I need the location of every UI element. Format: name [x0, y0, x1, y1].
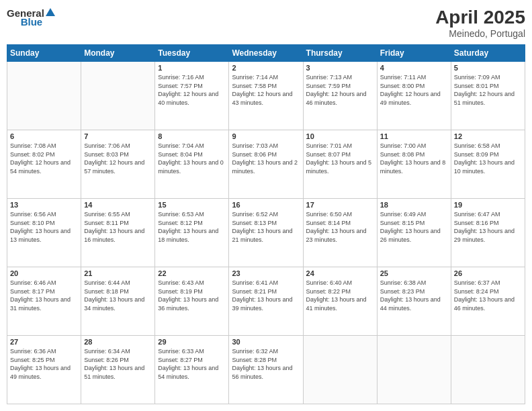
day-info: Sunrise: 7:11 AMSunset: 8:00 PMDaylight:… [380, 73, 448, 107]
calendar-day-cell: 5Sunrise: 7:09 AMSunset: 8:01 PMDaylight… [451, 62, 525, 130]
svg-marker-0 [46, 8, 55, 16]
day-number: 1 [158, 64, 226, 72]
calendar-week-row: 27Sunrise: 6:36 AMSunset: 8:25 PMDayligh… [7, 336, 525, 404]
calendar-day-cell [7, 62, 81, 130]
calendar-day-cell: 24Sunrise: 6:40 AMSunset: 8:22 PMDayligh… [303, 267, 377, 336]
calendar-day-cell: 8Sunrise: 7:04 AMSunset: 8:04 PMDaylight… [155, 130, 229, 199]
day-info: Sunrise: 6:47 AMSunset: 8:16 PMDaylight:… [454, 210, 522, 244]
calendar-day-cell: 11Sunrise: 7:00 AMSunset: 8:08 PMDayligh… [377, 130, 451, 199]
calendar-day-cell: 9Sunrise: 7:03 AMSunset: 8:06 PMDaylight… [229, 130, 303, 199]
calendar-day-cell: 15Sunrise: 6:53 AMSunset: 8:12 PMDayligh… [155, 199, 229, 267]
day-info: Sunrise: 6:41 AMSunset: 8:21 PMDaylight:… [232, 279, 300, 312]
calendar-day-cell: 16Sunrise: 6:52 AMSunset: 8:13 PMDayligh… [229, 199, 303, 267]
day-info: Sunrise: 6:34 AMSunset: 8:26 PMDaylight:… [84, 347, 152, 381]
calendar-day-cell: 27Sunrise: 6:36 AMSunset: 8:25 PMDayligh… [7, 336, 81, 404]
calendar-table: SundayMondayTuesdayWednesdayThursdayFrid… [7, 44, 525, 404]
weekday-header: Tuesday [155, 45, 229, 62]
title-month: April 2025 [435, 7, 525, 28]
calendar-day-cell: 13Sunrise: 6:56 AMSunset: 8:10 PMDayligh… [7, 199, 81, 267]
day-info: Sunrise: 7:14 AMSunset: 7:58 PMDaylight:… [232, 73, 300, 107]
day-number: 28 [84, 338, 152, 346]
calendar-week-row: 13Sunrise: 6:56 AMSunset: 8:10 PMDayligh… [7, 199, 525, 267]
calendar-day-cell: 20Sunrise: 6:46 AMSunset: 8:17 PMDayligh… [7, 267, 81, 336]
day-number: 6 [10, 132, 78, 140]
day-number: 12 [454, 132, 522, 140]
day-info: Sunrise: 7:13 AMSunset: 7:59 PMDaylight:… [306, 73, 374, 107]
day-info: Sunrise: 6:55 AMSunset: 8:11 PMDaylight:… [84, 210, 152, 244]
day-number: 11 [380, 132, 448, 140]
weekday-header: Saturday [451, 45, 525, 62]
day-info: Sunrise: 6:40 AMSunset: 8:22 PMDaylight:… [306, 279, 374, 312]
weekday-header: Friday [377, 45, 451, 62]
calendar-week-row: 6Sunrise: 7:08 AMSunset: 8:02 PMDaylight… [7, 130, 525, 199]
day-info: Sunrise: 6:46 AMSunset: 8:17 PMDaylight:… [10, 279, 78, 312]
day-number: 22 [158, 269, 226, 277]
calendar-day-cell: 3Sunrise: 7:13 AMSunset: 7:59 PMDaylight… [303, 62, 377, 130]
day-number: 17 [306, 201, 374, 209]
day-info: Sunrise: 6:37 AMSunset: 8:24 PMDaylight:… [454, 279, 522, 312]
day-number: 18 [380, 201, 448, 209]
day-info: Sunrise: 7:04 AMSunset: 8:04 PMDaylight:… [158, 142, 226, 175]
calendar-day-cell: 1Sunrise: 7:16 AMSunset: 7:57 PMDaylight… [155, 62, 229, 130]
calendar-header-row: SundayMondayTuesdayWednesdayThursdayFrid… [7, 45, 525, 62]
calendar-day-cell: 14Sunrise: 6:55 AMSunset: 8:11 PMDayligh… [81, 199, 155, 267]
day-number: 9 [232, 132, 300, 140]
calendar-day-cell: 7Sunrise: 7:06 AMSunset: 8:03 PMDaylight… [81, 130, 155, 199]
day-info: Sunrise: 7:03 AMSunset: 8:06 PMDaylight:… [232, 142, 300, 175]
day-number: 5 [454, 64, 522, 72]
calendar-day-cell [303, 336, 377, 404]
day-info: Sunrise: 7:09 AMSunset: 8:01 PMDaylight:… [454, 73, 522, 107]
day-info: Sunrise: 6:36 AMSunset: 8:25 PMDaylight:… [10, 347, 78, 381]
day-number: 16 [232, 201, 300, 209]
day-info: Sunrise: 6:32 AMSunset: 8:28 PMDaylight:… [232, 347, 300, 381]
calendar-day-cell: 6Sunrise: 7:08 AMSunset: 8:02 PMDaylight… [7, 130, 81, 199]
calendar-day-cell: 2Sunrise: 7:14 AMSunset: 7:58 PMDaylight… [229, 62, 303, 130]
calendar-day-cell: 17Sunrise: 6:50 AMSunset: 8:14 PMDayligh… [303, 199, 377, 267]
day-info: Sunrise: 6:33 AMSunset: 8:27 PMDaylight:… [158, 347, 226, 381]
calendar-day-cell: 29Sunrise: 6:33 AMSunset: 8:27 PMDayligh… [155, 336, 229, 404]
day-info: Sunrise: 6:50 AMSunset: 8:14 PMDaylight:… [306, 210, 374, 244]
day-info: Sunrise: 6:38 AMSunset: 8:23 PMDaylight:… [380, 279, 448, 312]
day-number: 2 [232, 64, 300, 72]
day-number: 14 [84, 201, 152, 209]
day-info: Sunrise: 7:06 AMSunset: 8:03 PMDaylight:… [84, 142, 152, 175]
logo-icon [44, 7, 56, 19]
calendar-day-cell: 26Sunrise: 6:37 AMSunset: 8:24 PMDayligh… [451, 267, 525, 336]
day-number: 26 [454, 269, 522, 277]
weekday-header: Sunday [7, 45, 81, 62]
calendar-day-cell: 28Sunrise: 6:34 AMSunset: 8:26 PMDayligh… [81, 336, 155, 404]
calendar-week-row: 1Sunrise: 7:16 AMSunset: 7:57 PMDaylight… [7, 62, 525, 130]
calendar-day-cell [451, 336, 525, 404]
day-number: 13 [10, 201, 78, 209]
calendar-day-cell: 19Sunrise: 6:47 AMSunset: 8:16 PMDayligh… [451, 199, 525, 267]
calendar-week-row: 20Sunrise: 6:46 AMSunset: 8:17 PMDayligh… [7, 267, 525, 336]
day-number: 10 [306, 132, 374, 140]
day-info: Sunrise: 7:16 AMSunset: 7:57 PMDaylight:… [158, 73, 226, 107]
day-info: Sunrise: 7:01 AMSunset: 8:07 PMDaylight:… [306, 142, 374, 175]
day-number: 20 [10, 269, 78, 277]
calendar-day-cell: 10Sunrise: 7:01 AMSunset: 8:07 PMDayligh… [303, 130, 377, 199]
day-number: 24 [306, 269, 374, 277]
day-number: 7 [84, 132, 152, 140]
day-number: 29 [158, 338, 226, 346]
day-number: 23 [232, 269, 300, 277]
calendar-day-cell: 4Sunrise: 7:11 AMSunset: 8:00 PMDaylight… [377, 62, 451, 130]
day-number: 3 [306, 64, 374, 72]
day-info: Sunrise: 7:08 AMSunset: 8:02 PMDaylight:… [10, 142, 78, 175]
calendar-day-cell [377, 336, 451, 404]
page: General Blue April 2025 Meinedo, Portuga… [0, 0, 532, 411]
day-number: 15 [158, 201, 226, 209]
header: General Blue April 2025 Meinedo, Portuga… [7, 7, 525, 39]
weekday-header: Wednesday [229, 45, 303, 62]
title-block: April 2025 Meinedo, Portugal [435, 7, 525, 39]
day-info: Sunrise: 6:49 AMSunset: 8:15 PMDaylight:… [380, 210, 448, 244]
day-info: Sunrise: 6:52 AMSunset: 8:13 PMDaylight:… [232, 210, 300, 244]
day-number: 30 [232, 338, 300, 346]
day-number: 27 [10, 338, 78, 346]
calendar-day-cell: 21Sunrise: 6:44 AMSunset: 8:18 PMDayligh… [81, 267, 155, 336]
day-number: 19 [454, 201, 522, 209]
day-info: Sunrise: 6:56 AMSunset: 8:10 PMDaylight:… [10, 210, 78, 244]
day-number: 8 [158, 132, 226, 140]
calendar-day-cell [81, 62, 155, 130]
day-info: Sunrise: 6:58 AMSunset: 8:09 PMDaylight:… [454, 142, 522, 175]
